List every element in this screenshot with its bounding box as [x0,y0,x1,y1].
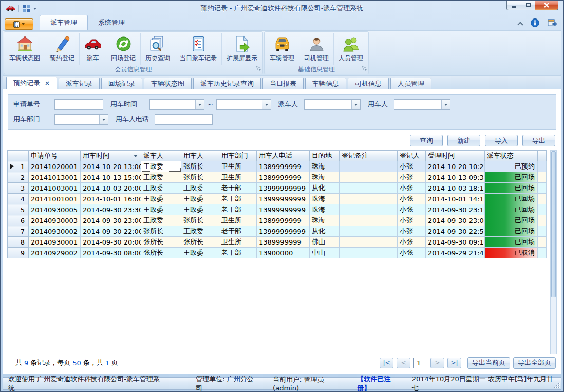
cell-destination[interactable]: 佛山 [310,237,340,248]
col-destination[interactable]: 目的地 [310,151,340,161]
cell-dispatcher[interactable]: 王政委 [141,215,181,226]
prev-page-button[interactable]: < [397,358,410,368]
cell-remark[interactable] [340,226,398,237]
collapse-ribbon-icon[interactable] [517,22,523,27]
row-header-cell[interactable]: 1 [8,161,29,172]
driver-manage-button[interactable]: 司机管理 [299,33,334,65]
col-remark[interactable]: 登记备注 [340,151,398,161]
cell-phone[interactable]: 1389999999 [257,215,310,226]
today-dispatch-record-button[interactable]: 当日派车记录 [175,33,222,65]
cell-destination[interactable]: 从化 [310,226,340,237]
cell-order-no[interactable]: 20141003001 [29,183,81,194]
export-all-pages-button[interactable]: 导出全部页 [513,357,556,369]
cell-dispatch-status[interactable]: 已回场 [485,215,538,226]
cell-registrar[interactable]: 小张 [398,172,426,183]
ribbon-tab-dispatch[interactable]: 派车管理 [40,15,88,30]
col-user[interactable]: 用车人 [181,151,219,161]
new-button[interactable]: 新建 [447,135,480,146]
return-register-button[interactable]: 回场登记 [106,33,141,65]
row-header-cell[interactable]: 5 [8,204,29,215]
doc-tab-daily-report[interactable]: 当日报表 [262,78,304,89]
cell-use-time[interactable]: 2014-09-30 23:30 [81,204,141,215]
cell-user[interactable]: 张所长 [181,172,219,183]
cell-user[interactable]: 王政委 [181,226,219,237]
cell-user[interactable]: 王政委 [181,248,219,258]
cell-registrar[interactable]: 小张 [398,161,426,172]
table-row[interactable]: 9 20140929002 2014-09-30 08:00 张所长 王政委 老… [8,248,547,258]
col-status[interactable]: 派车状态 [485,151,538,161]
cell-dispatcher[interactable]: 王政委 [141,204,181,215]
cell-dispatcher[interactable]: 王政委 [141,183,181,194]
col-accept-time[interactable]: 受理时间 [426,151,485,161]
cell-dept[interactable]: 老干部 [219,183,257,194]
cell-order-no[interactable]: 20140930005 [29,204,81,215]
first-page-button[interactable]: |< [380,358,393,368]
cell-dispatch-status[interactable]: 已回场 [485,172,538,183]
last-page-button[interactable]: >| [447,358,461,368]
import-button[interactable]: 导入 [485,135,518,146]
row-header-cell[interactable]: 9 [8,248,29,258]
cell-phone[interactable]: 13999999999 [257,183,310,194]
ribbon-tab-system[interactable]: 系统管理 [88,15,135,30]
user-combo[interactable] [394,99,450,110]
cell-remark[interactable] [340,183,398,194]
style-window-icon[interactable] [548,18,557,29]
tab-close-icon[interactable]: × [45,80,50,86]
table-row[interactable]: 3 20141003001 2014-10-03 20:00 王政委 王政委 老… [8,183,547,194]
cell-accept-time[interactable]: 2014-10-01 14:19 [426,194,485,204]
vehicle-manage-button[interactable]: 车辆管理 [265,33,299,65]
dept-combo[interactable] [54,114,108,125]
cell-phone[interactable]: 1389999999 [257,172,310,183]
combo-dropdown-icon[interactable] [351,100,360,109]
cell-dept[interactable]: 老干部 [219,248,257,258]
filter-arrow-icon[interactable] [134,155,138,159]
history-query-button[interactable]: 历史查询 [141,33,175,65]
cell-use-time[interactable]: 2014-10-03 20:00 [81,183,141,194]
cell-phone[interactable]: 13999999999 [257,194,310,204]
cell-destination[interactable]: 珠海 [310,194,340,204]
cell-accept-time[interactable]: 2014-09-30 22:59 [426,226,485,237]
cell-remark[interactable] [340,204,398,215]
cell-use-time[interactable]: 2014-09-30 08:00 [81,248,141,258]
row-header-cell[interactable]: 6 [8,215,29,226]
cell-dispatch-status[interactable]: 已回场 [485,226,538,237]
cell-registrar[interactable]: 小张 [398,237,426,248]
people-manage-button[interactable]: 人员管理 [334,33,368,65]
combo-dropdown-icon[interactable] [262,100,271,109]
doc-tab-driver-info[interactable]: 司机信息 [348,78,389,89]
cell-accept-time[interactable]: 2014-09-30 23:14 [426,204,485,215]
cell-dispatcher[interactable]: 王政委 [141,172,181,183]
cell-remark[interactable] [340,161,398,172]
page-number-input[interactable] [413,358,427,368]
cell-accept-time[interactable]: 2014-10-20 10:24 [426,161,485,172]
row-header-cell[interactable]: 8 [8,237,29,248]
cell-dispatch-status[interactable]: 已回场 [485,204,538,215]
cell-use-time[interactable]: 2014-10-20 13:00 [81,161,141,172]
cell-registrar[interactable]: 小张 [398,194,426,204]
cell-order-no[interactable]: 20140930002 [29,226,81,237]
vertical-scrollbar[interactable] [550,150,557,354]
cell-user[interactable]: 王政委 [181,183,219,194]
cell-dispatcher[interactable]: 张所长 [141,248,181,258]
table-row[interactable]: 7 20140930002 2014-09-30 22:00 张所长 王政委 老… [8,226,547,237]
cell-remark[interactable] [340,194,398,204]
cell-phone[interactable]: 13999999999 [257,226,310,237]
doc-tab-vehicle-status-map[interactable]: 车辆状态图 [144,78,192,89]
cell-dept[interactable]: 卫生所 [219,172,257,183]
cell-order-no[interactable]: 20140930003 [29,215,81,226]
cell-dept[interactable]: 老干部 [219,226,257,237]
cell-accept-time[interactable]: 2014-10-13 09:34 [426,172,485,183]
cell-order-no[interactable]: 20141013001 [29,172,81,183]
cell-order-no[interactable]: 20140930001 [29,237,81,248]
doc-tab-reservation-records[interactable]: 预约记录 × [6,77,57,89]
row-header-cell[interactable]: 4 [8,194,29,204]
phone-input[interactable] [155,114,213,125]
cell-user[interactable]: 张所长 [181,237,219,248]
next-page-button[interactable]: > [430,358,444,368]
cell-accept-time[interactable]: 2014-10-03 18:11 [426,183,485,194]
cell-phone[interactable]: 13900000 [257,248,310,258]
scrollbar-thumb[interactable] [551,151,556,297]
row-header-cell[interactable]: 7 [8,226,29,237]
table-row[interactable]: 4 20141001001 2014-10-01 16:00 王政委 王政委 老… [8,194,547,204]
dispatcher-combo[interactable] [304,99,361,110]
